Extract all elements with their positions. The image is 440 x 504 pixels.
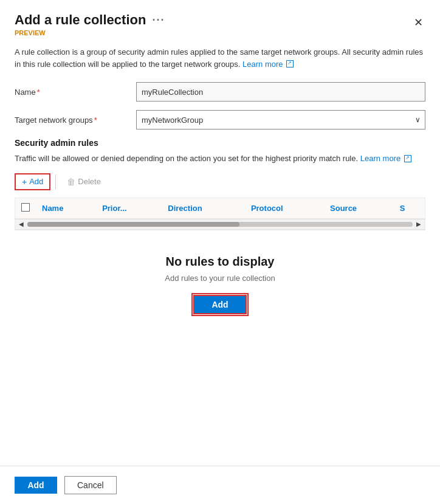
add-rule-button[interactable]: + Add	[15, 173, 50, 190]
col-source: Source	[324, 198, 394, 219]
add-rule-collection-panel: Add a rule collection ··· PREVIEW ✕ A ru…	[0, 0, 440, 504]
scroll-thumb	[27, 222, 239, 227]
footer-add-button[interactable]: Add	[15, 477, 57, 494]
target-required: *	[94, 116, 97, 125]
name-input[interactable]	[136, 82, 425, 102]
panel-body: A rule collection is a group of security…	[0, 36, 440, 466]
table-header-row: Name Prior... Direction Protocol Source …	[15, 198, 425, 219]
panel-title: Add a rule collection ···	[15, 12, 165, 28]
scroll-left-arrow[interactable]: ◀	[18, 221, 25, 227]
col-direction: Direction	[162, 198, 245, 219]
security-rules-desc: Traffic will be allowed or denied depend…	[15, 153, 425, 165]
col-protocol: Protocol	[245, 198, 324, 219]
preview-badge: PREVIEW	[15, 29, 165, 36]
toolbar: + Add 🗑 Delete	[15, 173, 425, 190]
learn-more-link-2[interactable]: Learn more	[360, 154, 400, 163]
empty-state-description: Add rules to your rule collection	[165, 274, 275, 283]
external-link-icon-2	[404, 155, 411, 162]
delete-button-label: Delete	[78, 177, 101, 186]
empty-state-title: No rules to display	[166, 255, 275, 269]
scroll-right-arrow[interactable]: ▶	[415, 221, 422, 227]
col-s: S	[394, 198, 425, 219]
col-name: Name	[36, 198, 96, 219]
title-text: Add a rule collection	[15, 12, 146, 28]
checkbox-header	[15, 198, 36, 219]
security-rules-title: Security admin rules	[15, 138, 425, 148]
name-form-row: Name*	[15, 82, 425, 102]
learn-more-link-1[interactable]: Learn more	[242, 60, 283, 69]
close-button[interactable]: ✕	[411, 13, 425, 32]
external-link-icon-1	[286, 60, 294, 67]
target-select[interactable]: myNetworkGroup	[136, 110, 425, 129]
description-text: A rule collection is a group of security…	[15, 46, 425, 70]
select-all-checkbox[interactable]	[21, 203, 30, 212]
target-form-row: Target network groups* myNetworkGroup ∨	[15, 110, 425, 129]
name-required: *	[37, 88, 40, 97]
name-label: Name*	[15, 88, 136, 97]
panel-header: Add a rule collection ··· PREVIEW ✕	[0, 0, 440, 36]
horizontal-scrollbar[interactable]: ◀ ▶	[15, 219, 425, 230]
col-priority: Prior...	[96, 198, 162, 219]
toolbar-divider	[55, 174, 56, 189]
footer-cancel-button[interactable]: Cancel	[64, 476, 117, 494]
rules-table: Name Prior... Direction Protocol Source …	[15, 198, 425, 219]
panel-footer: Add Cancel	[0, 466, 440, 504]
scroll-track[interactable]	[27, 222, 413, 227]
target-select-wrapper: myNetworkGroup ∨	[136, 110, 425, 129]
panel-title-block: Add a rule collection ··· PREVIEW	[15, 12, 165, 36]
ellipsis-icon[interactable]: ···	[152, 14, 165, 27]
add-button-label: Add	[29, 177, 43, 186]
trash-icon: 🗑	[67, 177, 75, 187]
empty-state: No rules to display Add rules to your ru…	[15, 230, 425, 333]
empty-state-add-button[interactable]: Add	[193, 295, 246, 314]
target-label: Target network groups*	[15, 116, 136, 125]
rules-table-container: Name Prior... Direction Protocol Source …	[15, 198, 425, 230]
plus-icon: +	[22, 177, 27, 187]
delete-rule-button[interactable]: 🗑 Delete	[61, 174, 107, 189]
